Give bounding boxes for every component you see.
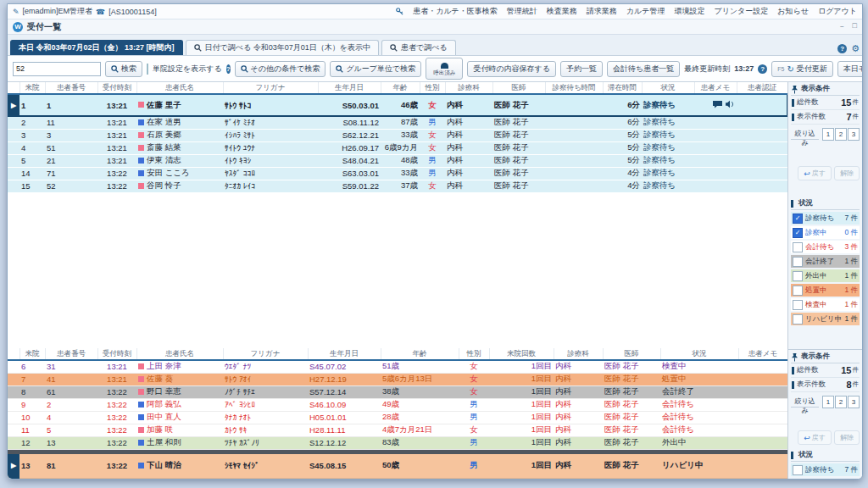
column-header[interactable]: フリガナ — [223, 82, 318, 94]
column-header[interactable]: 診察待ち時間 — [545, 82, 603, 94]
patient-row[interactable]: 4 51 13:21 斎藤 結菜 ｻｲﾄｳ ﾕｳﾅ H26.09.17 6歳9カ… — [8, 141, 787, 154]
clear-button[interactable]: 解除 — [834, 166, 860, 180]
status-checkbox[interactable] — [793, 271, 803, 281]
page-button[interactable]: 3 — [848, 396, 860, 408]
save-reception-state-button[interactable]: 受付時の内容保存する — [467, 61, 556, 77]
undo-button[interactable]: ↩戻す — [798, 430, 832, 445]
column-header[interactable]: 医師 — [492, 82, 545, 94]
column-header[interactable]: 来院 — [19, 348, 45, 360]
column-header[interactable]: 診療科 — [554, 348, 603, 360]
status-checkbox[interactable] — [793, 314, 803, 324]
undo-button[interactable]: ↩戻す — [798, 166, 832, 180]
view-tab-2[interactable]: 患者で調べる — [381, 40, 456, 55]
status-filter-item[interactable]: リハビリ中 1 件 — [791, 313, 860, 325]
update-help-icon[interactable]: ? — [758, 64, 767, 74]
column-header[interactable]: 患者メモ — [694, 82, 737, 94]
column-header[interactable]: 性別 — [420, 82, 445, 94]
column-header[interactable]: 滞在時間 — [603, 82, 642, 94]
column-header[interactable]: 来院 — [19, 82, 45, 94]
narrow-down-button[interactable]: 絞り込み — [791, 129, 819, 140]
patient-row[interactable]: 5 21 13:21 伊東 清志 ｲﾄｳ ｷﾖｼ S48.04.21 48歳 男… — [8, 154, 787, 167]
patient-row[interactable]: 2 11 13:21 在家 道男 ｻﾞｲｹ ﾐﾁｵ S08.11.12 87歳 … — [8, 116, 787, 129]
column-header[interactable]: 患者メモ — [738, 348, 787, 360]
page-button[interactable]: 2 — [835, 396, 847, 408]
menu-item[interactable]: カルテ管理 — [626, 6, 665, 17]
column-header[interactable]: 性別 — [459, 348, 489, 360]
menu-item[interactable]: 請求業務 — [587, 6, 617, 17]
patient-row[interactable]: 12 13 13:22 土屋 和則 ﾂﾁﾔ ｶｽﾞﾉﾘ S12.12.12 83… — [8, 436, 787, 449]
status-checkbox[interactable] — [793, 242, 803, 252]
page-button[interactable]: 1 — [822, 128, 834, 141]
patient-row[interactable]: 3 3 13:21 石原 美郷 ｲｼﾊﾗ ﾐｻﾄ S62.12.21 33歳 女… — [8, 129, 787, 141]
help-icon[interactable]: ? — [837, 44, 847, 53]
patient-row[interactable]: 7 41 13:21 佐藤 葵 ｻﾄｳ ｱｵｲ H27.12.19 5歳6カ月1… — [8, 373, 787, 385]
column-header[interactable]: 診療科 — [445, 82, 492, 94]
refresh-button[interactable]: F5 ↻ 受付更新 — [771, 61, 833, 77]
column-header[interactable]: 状況 — [660, 348, 738, 360]
group-search-button[interactable]: グループ単位で検索 — [330, 61, 421, 77]
patient-row[interactable]: ▶ 1 1 13:21 佐藤 里子 ｻﾄｳ ｻﾄｺ S50.03.01 46歳 … — [8, 94, 787, 116]
speaker-icon[interactable] — [725, 100, 735, 108]
column-header[interactable]: 年齢 — [381, 82, 420, 94]
column-header[interactable]: 来院回数 — [489, 348, 554, 360]
page-button[interactable]: 2 — [835, 128, 847, 141]
status-filter-item[interactable]: 会計待ち 3 件 — [791, 241, 860, 253]
checkbox-help-icon[interactable]: ? — [226, 64, 231, 74]
column-header[interactable]: 生年月日 — [318, 82, 381, 94]
memo-bubble-icon[interactable] — [712, 100, 723, 108]
page-button[interactable]: 1 — [822, 396, 834, 408]
status-filter-item[interactable]: ✓ 診察中 0 件 — [791, 226, 860, 239]
status-checkbox[interactable]: ✓ — [793, 228, 803, 238]
status-checkbox[interactable] — [793, 300, 803, 310]
patient-row[interactable]: 11 5 13:22 加藤 咲 ｶﾄｳ ｻｷ H28.11.11 4歳7カ月21… — [8, 424, 787, 436]
column-header[interactable]: 年齢 — [381, 348, 459, 360]
menu-item[interactable]: 検査業務 — [547, 6, 577, 17]
column-header[interactable]: 受付時刻 — [97, 82, 136, 94]
patient-row[interactable]: 15 52 13:22 谷岡 怜子 ﾀﾆｵｶ ﾚｲｺ S59.01.22 37歳… — [8, 180, 787, 192]
status-checkbox[interactable]: ✓ — [793, 214, 803, 224]
call-done-button[interactable]: 呼出済み — [426, 58, 463, 80]
column-header[interactable]: 患者番号 — [45, 348, 97, 360]
column-header[interactable]: 受付時刻 — [97, 348, 136, 360]
menu-item[interactable]: プリンター設定 — [714, 6, 768, 17]
column-header[interactable]: 患者番号 — [45, 82, 97, 94]
menu-item[interactable]: 管理統計 — [507, 6, 537, 17]
menu-item[interactable]: お知らせ — [777, 6, 809, 17]
column-header[interactable]: 患者氏名 — [136, 82, 223, 94]
status-filter-item[interactable]: 診察待ち 7 件 — [791, 463, 860, 476]
single-clinic-checkbox[interactable] — [147, 64, 148, 75]
patient-row[interactable]: ▶ 13 81 13:22 下山 晴治 ｼﾓﾔﾏ ｾｲｼﾞ S45.08.15 … — [8, 454, 787, 479]
patient-row[interactable]: 10 4 13:22 田中 直人 ﾀﾅｶ ﾅｵﾄ H05.01.01 28歳 男… — [8, 411, 787, 424]
menu-item[interactable]: 環境設定 — [674, 6, 704, 17]
status-filter-item[interactable]: 外出中 1 件 — [791, 269, 860, 282]
status-checkbox[interactable] — [793, 257, 803, 267]
status-filter-item[interactable]: 検査中 1 件 — [791, 298, 860, 311]
column-header[interactable]: 生年月日 — [308, 348, 381, 360]
patient-row[interactable]: 6 31 13:21 上田 奈津 ｳｴﾀﾞ ﾅﾂ S45.07.02 51歳 女… — [8, 360, 787, 373]
patient-row[interactable]: 9 2 13:22 阿部 義弘 ｱﾍﾞ ﾖｼﾋﾛ S46.10.09 49歳 男… — [8, 398, 787, 411]
status-filter-item[interactable]: 会計終了 1 件 — [791, 255, 860, 268]
view-tab-1[interactable]: 日付で調べる 令和03年07月01日（木）を表示中 — [186, 40, 379, 55]
patient-row[interactable]: 8 61 13:22 野口 幸恵 ﾉｸﾞﾁ ｻﾁｴ S57.12.14 38歳 … — [8, 385, 787, 398]
menu-item[interactable]: 患者・カルテ・医事検索 — [413, 6, 498, 17]
narrow-down-button[interactable]: 絞り込み — [791, 396, 819, 408]
today-mode-button[interactable]: 本日モード固定 — [837, 61, 863, 77]
restore-icon[interactable]: □ — [853, 21, 857, 32]
column-header[interactable]: 患者認証 — [737, 82, 787, 94]
view-tab-0[interactable]: 本日 令和03年07月02日（金） 13:27 [時間内] — [10, 40, 183, 55]
column-header[interactable]: 医師 — [603, 348, 660, 360]
status-checkbox[interactable] — [793, 286, 803, 296]
clear-button[interactable]: 解除 — [834, 430, 860, 445]
patient-row[interactable]: 14 71 13:22 安田 こころ ﾔｽﾀﾞ ｺｺﾛ S63.03.01 33… — [8, 167, 787, 180]
menu-item[interactable]: ログアウト — [818, 6, 857, 17]
other-search-button[interactable]: その他の条件で検索 — [235, 61, 326, 77]
billing-wait-list-button[interactable]: 会計待ち患者一覧 — [607, 61, 680, 77]
column-header[interactable]: 状況 — [642, 82, 694, 94]
status-checkbox[interactable] — [793, 465, 803, 475]
reservation-list-button[interactable]: 予約一覧 — [560, 61, 603, 77]
search-input[interactable] — [13, 62, 101, 76]
page-button[interactable]: 3 — [848, 128, 860, 141]
minimize-icon[interactable]: － — [838, 21, 846, 32]
column-header[interactable]: 患者氏名 — [136, 348, 223, 360]
settings-gear-icon[interactable]: ⚙ — [851, 44, 860, 53]
